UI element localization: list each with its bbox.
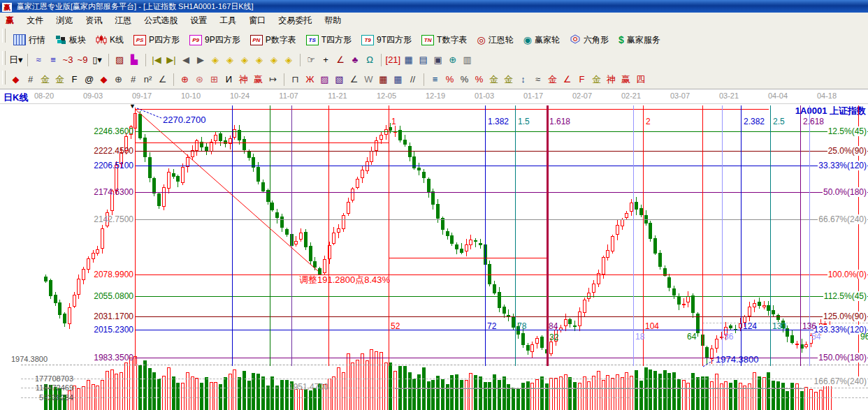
toolbar-button-P数字表[interactable]: PNP数字表 <box>245 30 301 50</box>
nav-tool-icon-18[interactable]: ◈ <box>253 52 266 68</box>
gann-tool-icon-39[interactable]: ∠ <box>560 72 574 87</box>
gann-tool-icon-44[interactable]: 四 <box>634 72 647 87</box>
nav-tool-icon-12[interactable]: ▶| <box>165 52 178 68</box>
menu-item-0[interactable]: 文件 <box>20 13 50 29</box>
gann-tool-icon-13[interactable]: ⊛ <box>193 72 206 87</box>
gann-tool-icon-7[interactable]: ⊕ <box>112 72 125 87</box>
gann-tool-icon-4[interactable]: F <box>68 72 81 87</box>
gann-tool-icon-25[interactable]: W <box>362 72 375 87</box>
nav-tool-icon-24[interactable]: ∠ <box>334 52 347 68</box>
toolbar-button-P四方形[interactable]: PSP四方形 <box>129 30 185 50</box>
menu-item-8[interactable]: 交易委托 <box>272 13 318 29</box>
nav-tool-icon-19[interactable]: ◈ <box>268 52 281 68</box>
menu-item-1[interactable]: 浏览 <box>50 13 79 29</box>
gann-tool-icon-24[interactable]: ∠ <box>347 72 361 87</box>
nav-tool-icon-2[interactable]: ≈ <box>32 52 45 68</box>
nav-tool-icon-31[interactable]: ▣ <box>431 52 444 68</box>
nav-tool-icon-23[interactable]: + <box>319 52 333 68</box>
gann-tool-icon-23[interactable]: ▧ <box>333 72 346 87</box>
nav-tool-icon-6[interactable]: ▯▾ <box>91 52 104 68</box>
nav-tool-icon-22[interactable]: ☞ <box>305 52 318 68</box>
toolbar-button-江恩轮[interactable]: ◎江恩轮 <box>472 30 518 50</box>
nav-tool-icon-5[interactable]: ~9 <box>76 52 89 68</box>
gann-tool-icon-16[interactable]: 神 <box>237 72 250 87</box>
menu-item-7[interactable]: 窗口 <box>243 13 272 29</box>
gann-tool-icon-38[interactable]: 金 <box>546 72 559 87</box>
toolbar-button-T数字表[interactable]: TNT数字表 <box>417 30 472 50</box>
menu-item-4[interactable]: 公式选股 <box>138 13 184 29</box>
nav-tool-icon-11[interactable]: |◀ <box>150 52 164 68</box>
toolbar-button-9T四方形[interactable]: T99T四方形 <box>356 30 417 50</box>
gann-tool-icon-6[interactable]: ◆ <box>97 72 110 87</box>
nav-tool-icon-30[interactable]: ▤ <box>417 52 430 68</box>
nav-tool-icon-28[interactable]: [21] <box>386 52 401 68</box>
gann-tool-icon-5[interactable]: @ <box>82 72 96 87</box>
chart-annotation: 1951.4700 <box>289 382 328 392</box>
gann-tool-icon-30[interactable]: ≡ <box>428 72 442 87</box>
gann-tool-icon-8[interactable]: # <box>126 72 140 87</box>
chart-area[interactable]: 日K线 1A0001 上证指数 08-2009-0309-1710-1010-2… <box>0 89 868 410</box>
gann-tool-icon-18[interactable]: ↦ <box>266 72 280 87</box>
gann-tool-icon-42[interactable]: 神 <box>605 72 618 87</box>
nav-tool-icon-33[interactable]: ▥ <box>461 52 474 68</box>
menu-item-9[interactable]: 帮助 <box>318 13 347 29</box>
nav-tool-icon-14[interactable]: ▶ <box>194 52 208 68</box>
gann-tool-icon-17[interactable]: 赢 <box>252 72 265 87</box>
gann-tool-icon-28[interactable]: // <box>406 72 419 87</box>
gann-tool-icon-14[interactable]: ⊞ <box>208 72 221 87</box>
gann-tool-icon-37[interactable]: ≈ <box>531 72 544 87</box>
toolbar-button-板块[interactable]: 板块 <box>50 30 91 50</box>
title-bar[interactable]: 赢 赢家江恩专业版[赢家内部服务平台] - [上证指数 SH1A0001-167… <box>0 0 868 13</box>
gann-tool-icon-32[interactable]: % <box>458 72 471 87</box>
nav-tool-icon-26[interactable]: Ω <box>363 52 377 68</box>
nav-tool-icon-20[interactable]: ◈ <box>282 52 296 68</box>
gann-tool-icon-1[interactable]: # <box>24 72 37 87</box>
nav-tool-icon-13[interactable]: ◀ <box>180 52 193 68</box>
gann-tool-icon-35[interactable]: 金 <box>502 72 515 87</box>
nav-tool-icon-32[interactable]: ⊕ <box>446 52 459 68</box>
nav-tool-icon-0[interactable]: 日▾ <box>9 52 23 68</box>
gann-tool-icon-41[interactable]: 金 <box>590 72 603 87</box>
gann-tool-icon-2[interactable]: 金 <box>38 72 52 87</box>
toolbar-button-赢家轮[interactable]: ◉赢家轮 <box>519 30 565 50</box>
nav-tool-icon-9[interactable]: ▙ <box>128 52 141 68</box>
gann-tool-icon-10[interactable]: ∠ <box>156 72 169 87</box>
gann-tool-icon-36[interactable]: ↕ <box>516 72 530 87</box>
gann-tool-icon-33[interactable]: % <box>472 72 486 87</box>
menu-item-3[interactable]: 江恩 <box>108 13 138 29</box>
gann-tool-icon-22[interactable]: ▨ <box>318 72 331 87</box>
nav-tool-icon-8[interactable]: ▨ <box>113 52 126 68</box>
nav-tool-icon-16[interactable]: ◈ <box>224 52 237 68</box>
nav-tool-icon-25[interactable]: ♣ <box>349 52 362 68</box>
gann-tool-icon-31[interactable]: % <box>443 72 456 87</box>
menu-item-6[interactable]: 工具 <box>213 13 243 29</box>
gann-tool-icon-26[interactable]: ▦ <box>377 72 390 87</box>
gann-tool-icon-15[interactable]: И <box>222 72 236 87</box>
toolbar-button-六角形[interactable]: 六角形 <box>565 30 614 50</box>
gann-tool-icon-21[interactable]: Ж <box>303 72 317 87</box>
gann-tool-icon-34[interactable]: 金 <box>487 72 500 87</box>
gann-tool-icon-27[interactable]: ▦ <box>391 72 405 87</box>
gann-tool-icon-0[interactable]: ◆ <box>9 72 22 87</box>
nav-tool-icon-15[interactable]: ◈ <box>209 52 222 68</box>
menu-item-5[interactable]: 设置 <box>184 13 213 29</box>
gann-tool-icon-9[interactable]: n² <box>141 72 154 87</box>
nav-tool-icon-4[interactable]: ~3 <box>62 52 75 68</box>
menu-item-2[interactable]: 资讯 <box>79 13 108 29</box>
toolbar-button-K线[interactable]: K线 <box>91 30 129 50</box>
nav-tool-icon-17[interactable]: ◈ <box>238 52 252 68</box>
gann-tool-icon-12[interactable]: ⊕ <box>178 72 191 87</box>
price-axis-label: 2055.0800 <box>94 291 133 301</box>
gann-percent-label: 125.0%(90) <box>823 312 867 321</box>
gann-tool-icon-20[interactable]: ⊓ <box>289 72 302 87</box>
toolbar-button-行情[interactable]: 行情 <box>8 30 50 50</box>
toolbar-button-9P四方形[interactable]: P99P四方形 <box>185 30 245 50</box>
gann-tool-icon-3[interactable]: 金 <box>53 72 66 87</box>
toolbar-button-T四方形[interactable]: TST四方形 <box>301 30 356 50</box>
gann-tool-icon-40[interactable]: F <box>575 72 588 87</box>
day-count-label: 36 <box>724 332 733 342</box>
toolbar-button-赢家服务[interactable]: $赢家服务 <box>614 30 665 50</box>
nav-tool-icon-3[interactable]: ≡ <box>47 52 60 68</box>
nav-tool-icon-29[interactable]: ▦ <box>402 52 415 68</box>
gann-tool-icon-43[interactable]: 赢 <box>619 72 632 87</box>
